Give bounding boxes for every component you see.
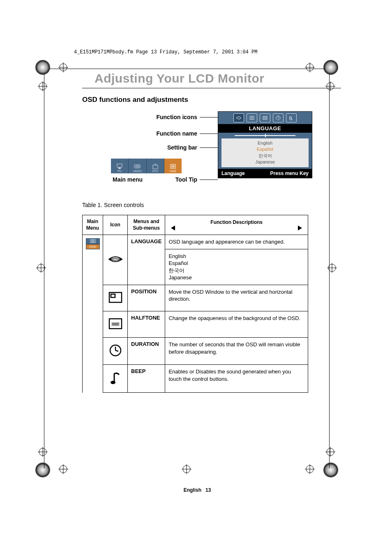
lang-option: Español — [168, 260, 304, 267]
label-main-menu: Main menu — [113, 176, 143, 183]
mainmenu-pc: PC — [111, 159, 129, 173]
osd-footer-left: Language — [221, 170, 245, 176]
desc-halftone: Change the opaqueness of the background … — [165, 311, 308, 338]
osd-lang-item: Japanese — [221, 159, 309, 165]
clock-icon — [108, 343, 123, 357]
svg-rect-46 — [251, 117, 253, 119]
mm-label: PC — [118, 170, 122, 173]
position-icon — [108, 291, 123, 304]
mm-label: DTV — [152, 170, 158, 173]
desc-duration: The number of seconds that the OSD will … — [165, 338, 308, 365]
language-icon — [233, 113, 244, 122]
framemaker-header: 4_E151MP171MPbody.fm Page 13 Friday, Sep… — [74, 49, 341, 55]
icon-beep — [103, 365, 128, 393]
page-title: Adjusting Your LCD Monitor — [95, 71, 341, 85]
slider-thumb-icon — [265, 134, 266, 137]
lang-option: 한국어 — [168, 267, 304, 274]
svg-line-66 — [115, 350, 118, 351]
page-footer: English 13 — [53, 487, 341, 493]
desc-position: Move the OSD Window to the vertical and … — [165, 285, 308, 311]
osd-lang-list: English Español 한국어 Japanese — [221, 138, 309, 167]
menu-position: POSITION — [128, 285, 165, 311]
footer-page: 13 — [205, 487, 211, 493]
table-caption: Table 1. Screen controls — [82, 202, 341, 208]
halftone-icon — [108, 317, 123, 330]
right-arrow-icon — [298, 226, 302, 230]
position-icon — [247, 113, 257, 122]
leader-line-icon — [200, 147, 220, 148]
monitor-icon — [116, 164, 123, 169]
th-main-menu: Main Menu — [83, 215, 103, 235]
svg-rect-34 — [118, 168, 121, 169]
title-rule-icon — [82, 88, 341, 88]
tv-icon — [152, 164, 159, 169]
mainmenu-video: VIDEO — [129, 159, 146, 173]
osd-diagram: Function icons Function name Setting bar… — [82, 111, 312, 193]
screen-controls-table: Main Menu Icon Menus and Sub-menus Funct… — [82, 215, 308, 393]
music-note-icon — [108, 371, 122, 385]
mainmenu-dtv: DTV — [147, 159, 164, 173]
label-function-icons: Function icons — [131, 114, 197, 120]
desc-beep: Enables or Disables the sound generated … — [165, 365, 308, 393]
left-arrow-icon — [171, 226, 175, 230]
osd-tag: OSD — [86, 244, 100, 249]
svg-point-67 — [111, 381, 115, 384]
osd-title: LANGUAGE — [218, 124, 312, 133]
svg-rect-45 — [250, 116, 254, 120]
svg-point-37 — [138, 166, 139, 167]
burst-bl — [35, 463, 50, 477]
video-icon — [134, 164, 141, 169]
osd-icon-row — [218, 112, 312, 124]
svg-line-39 — [154, 164, 155, 165]
icon-language — [103, 235, 128, 285]
mm-label: OSD — [170, 170, 176, 173]
icon-halftone — [103, 311, 128, 338]
label-function-name: Function name — [131, 130, 197, 137]
beep-icon — [286, 113, 297, 122]
lips-icon — [107, 253, 124, 265]
lang-option: Japanese — [168, 274, 304, 281]
main-menu-cell: OSD — [83, 235, 103, 393]
menu-language: LANGUAGE — [128, 235, 165, 285]
osd-window: LANGUAGE English Español 한국어 Japanese La… — [218, 111, 312, 178]
section-heading: OSD functions and adjustments — [82, 96, 341, 104]
svg-rect-48 — [263, 117, 267, 119]
mainmenu-osd: OSD — [164, 159, 182, 173]
halftone-icon — [260, 113, 270, 122]
label-setting-bar: Setting bar — [146, 144, 197, 151]
th-icon: Icon — [103, 215, 128, 235]
svg-rect-58 — [111, 294, 115, 297]
leader-line-icon — [200, 180, 218, 180]
crop-mark-icon — [38, 447, 48, 457]
desc-language-list: English Español 한국어 Japanese — [165, 249, 308, 285]
osd-footer-right: Press menu Key — [270, 170, 309, 176]
duration-icon — [273, 113, 284, 122]
menu-halftone: HALFTONE — [128, 311, 165, 338]
osd-lang-item: English — [221, 140, 309, 146]
crop-mark-icon — [38, 81, 48, 91]
menu-duration: DURATION — [128, 338, 165, 365]
osd-lang-item: Español — [221, 146, 309, 152]
osd-icon — [170, 164, 176, 169]
svg-rect-38 — [153, 165, 158, 169]
leader-line-icon — [200, 134, 220, 134]
main-menu-strip: PC VIDEO DTV OSD — [111, 159, 182, 173]
crop-mark-icon — [36, 263, 46, 273]
osd-footer: Language Press menu Key — [218, 169, 312, 178]
lang-option: English — [168, 253, 304, 260]
svg-line-40 — [155, 164, 157, 165]
desc-language: OSD language and appearence can be chang… — [165, 235, 308, 249]
svg-rect-33 — [117, 164, 122, 167]
svg-point-36 — [136, 166, 137, 167]
mm-label: VIDEO — [133, 170, 142, 173]
osd-mini-icon — [86, 238, 100, 244]
icon-position — [103, 285, 128, 311]
th-menus: Menus and Sub-menus — [128, 215, 165, 235]
footer-lang: English — [184, 487, 201, 493]
menu-beep: BEEP — [128, 365, 165, 393]
th-function-desc: Function Descriptions — [165, 215, 308, 235]
osd-lang-item: 한국어 — [221, 153, 309, 159]
page-border-icon — [44, 74, 44, 468]
burst-tl — [35, 60, 50, 75]
label-tool-tip: Tool Tip — [153, 176, 197, 183]
